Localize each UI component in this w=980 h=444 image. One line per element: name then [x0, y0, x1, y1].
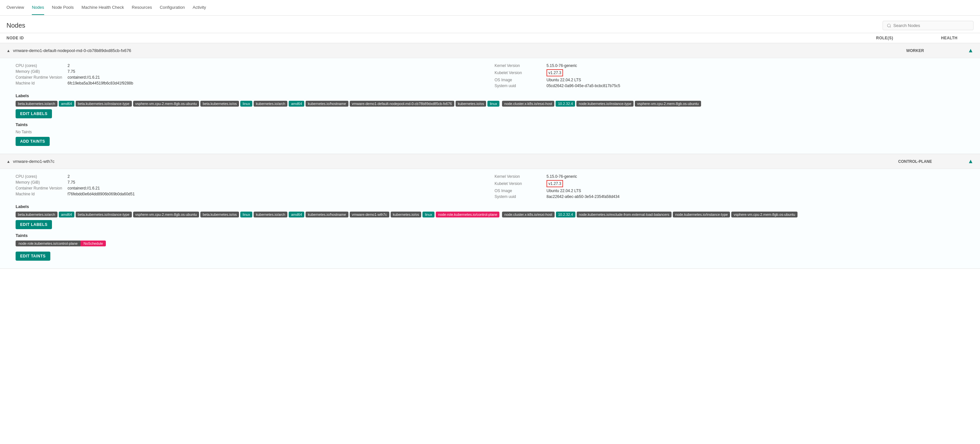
- labels-tags-1: beta.kubernetes.io/archamd64 beta.kubern…: [16, 212, 974, 217]
- edit-taints-button-1[interactable]: EDIT TAINTS: [16, 252, 50, 261]
- cpu-label-0: CPU (cores): [16, 63, 68, 68]
- tag: vmware-demo1-wth7c: [350, 212, 389, 217]
- search-bar[interactable]: [883, 21, 974, 30]
- tag: kubernetes.io/arch: [254, 101, 288, 107]
- tag: vsphere-vm.cpu-2.mem-8gb.os-ubuntu: [133, 212, 199, 217]
- container-runtime-label-0: Container Runtime Version: [16, 75, 68, 80]
- os-image-label-1: OS Image: [495, 188, 547, 193]
- tag: linux: [240, 212, 252, 217]
- tag: beta.kubernetes.io/instance-type: [76, 212, 132, 217]
- system-uuid-label-0: System uuid: [495, 83, 547, 88]
- nav-overview[interactable]: Overview: [6, 0, 24, 15]
- tag: vsphere-vm.cpu-2.mem-8gb.os-ubuntu: [133, 101, 199, 107]
- expand-icon-0[interactable]: ▲: [6, 48, 10, 53]
- tag: 10.2.32.4: [555, 101, 575, 107]
- health-icon-0: ▲: [968, 47, 974, 54]
- tag: beta.kubernetes.io/os: [200, 101, 239, 107]
- kubelet-value-0: v1.27.3: [547, 69, 563, 77]
- system-uuid-value-1: 8ac22642-a6ec-ab50-3e54-2354fa58d434: [547, 194, 620, 199]
- edit-labels-button-1[interactable]: EDIT LABELS: [16, 220, 52, 229]
- tag: node.kubernetes.io/instance-type: [673, 212, 730, 217]
- tag: 10.2.32.4: [556, 212, 575, 217]
- add-taints-button-0[interactable]: ADD TAINTS: [16, 137, 50, 146]
- container-runtime-label-1: Container Runtime Version: [16, 186, 68, 190]
- machine-id-label-1: Machine Id: [16, 192, 68, 196]
- nav-activity[interactable]: Activity: [192, 0, 206, 15]
- taints-title-0: Taints: [16, 122, 974, 127]
- tag: node-role.kubernetes.io/control-plane: [436, 212, 500, 217]
- search-input[interactable]: [893, 23, 969, 28]
- health-icon-1: ▲: [968, 158, 974, 165]
- expand-icon-1[interactable]: ▲: [6, 159, 10, 164]
- nav-machine-health-check[interactable]: Machine Health Check: [81, 0, 124, 15]
- tag: linux: [487, 101, 500, 107]
- col-roles: Role(s): [876, 36, 941, 40]
- taints-section-0: Taints No Taints ADD TAINTS: [16, 122, 974, 146]
- kubelet-label-1: Kubelet Version: [495, 181, 547, 186]
- tag: node.cluster.x-k8s.io/esxi-host: [502, 212, 554, 217]
- memory-label-0: Memory (GiB): [16, 69, 68, 74]
- memory-value-0: 7.75: [68, 69, 75, 74]
- node-details-0: CPU (cores) 2 Memory (GiB) 7.75 Containe…: [0, 58, 980, 154]
- machine-id-label-0: Machine Id: [16, 81, 68, 85]
- node-id-0: vmware-demo1-default-nodepool-md-0-cb78b…: [13, 48, 131, 53]
- svg-point-0: [888, 24, 890, 27]
- taint-key-1: node-role.kubernetes.io/control-plane: [16, 241, 81, 246]
- nav-configuration[interactable]: Configuration: [160, 0, 185, 15]
- tag: beta.kubernetes.io/arch: [16, 101, 57, 107]
- nav-resources[interactable]: Resources: [132, 0, 152, 15]
- tag: vmware-demo1-default-nodepool-md-0-cb78b…: [350, 101, 454, 107]
- tag: node.cluster.x-k8s.io/esxi-host: [502, 101, 554, 107]
- taints-title-1: Taints: [16, 233, 974, 238]
- tag: linux: [240, 101, 252, 107]
- os-image-value-1: Ubuntu 22.04.2 LTS: [547, 188, 581, 193]
- svg-line-1: [890, 26, 891, 27]
- labels-title-1: Labels: [16, 204, 974, 209]
- tag: kubernetes.io/hostname: [305, 212, 348, 217]
- memory-label-1: Memory (GiB): [16, 180, 68, 185]
- col-node-id: Node ID: [6, 36, 876, 40]
- nav-node-pools[interactable]: Node Pools: [52, 0, 74, 15]
- node-details-1: CPU (cores) 2 Memory (GiB) 7.75 Containe…: [0, 169, 980, 268]
- os-image-value-0: Ubuntu 22.04.2 LTS: [547, 78, 581, 82]
- cpu-label-1: CPU (cores): [16, 174, 68, 179]
- node-section-0: ▲ vmware-demo1-default-nodepool-md-0-cb7…: [0, 43, 980, 154]
- labels-section-1: Labels beta.kubernetes.io/archamd64 beta…: [16, 204, 974, 229]
- kernel-label-1: Kernel Version: [495, 174, 547, 179]
- nav-nodes[interactable]: Nodes: [32, 0, 44, 15]
- machine-id-value-0: 6fc19eba5a3b44519fb6c83d41f9288b: [68, 81, 133, 85]
- tag: node.kubernetes.io/instance-type: [576, 101, 633, 107]
- system-uuid-value-0: 05cd2642-0a96-045e-d7a5-bcbc817b75c5: [547, 83, 620, 88]
- no-taints-0: No Taints: [16, 130, 974, 134]
- node-row-1[interactable]: ▲ vmware-demo1-wth7c CONTROL-PLANE ▲: [0, 154, 980, 169]
- container-runtime-value-0: containerd://1.6.21: [68, 75, 100, 80]
- tag: amd64: [289, 101, 304, 107]
- system-uuid-label-1: System uuid: [495, 194, 547, 199]
- node-id-1: vmware-demo1-wth7c: [13, 159, 54, 164]
- node-section-1: ▲ vmware-demo1-wth7c CONTROL-PLANE ▲ CPU…: [0, 154, 980, 269]
- edit-labels-button-0[interactable]: EDIT LABELS: [16, 109, 52, 118]
- tag: amd64: [59, 101, 74, 107]
- col-health: Health: [941, 36, 974, 40]
- labels-section-0: Labels beta.kubernetes.io/archamd64 beta…: [16, 93, 974, 118]
- node-role-1: CONTROL-PLANE: [883, 159, 948, 164]
- node-row-0[interactable]: ▲ vmware-demo1-default-nodepool-md-0-cb7…: [0, 43, 980, 58]
- search-icon: [887, 23, 891, 28]
- kubelet-label-0: Kubelet Version: [495, 70, 547, 75]
- tag: kubernetes.io/arch: [254, 212, 288, 217]
- tag: amd64: [59, 212, 74, 217]
- taint-value-1: NoSchedule: [81, 241, 106, 246]
- top-nav: Overview Nodes Node Pools Machine Health…: [0, 0, 980, 16]
- tag: kubernetes.io/hostname: [305, 101, 348, 107]
- container-runtime-value-1: containerd://1.6.21: [68, 186, 100, 190]
- tag: linux: [422, 212, 434, 217]
- taints-section-1: Taints node-role.kubernetes.io/control-p…: [16, 233, 974, 261]
- kernel-value-0: 5.15.0-76-generic: [547, 63, 577, 68]
- taint-item-1: node-role.kubernetes.io/control-plane No…: [16, 241, 106, 246]
- tag: beta.kubernetes.io/arch: [16, 212, 57, 217]
- tag: node.kubernetes.io/exclude-from-external…: [577, 212, 672, 217]
- taints-tags-1: node-role.kubernetes.io/control-plane No…: [16, 241, 974, 249]
- tag: beta.kubernetes.io/instance-type: [76, 101, 132, 107]
- page-title: Nodes: [6, 22, 25, 29]
- tag: vsphere-vm.cpu-2.mem-8gb.os-ubuntu: [635, 101, 701, 107]
